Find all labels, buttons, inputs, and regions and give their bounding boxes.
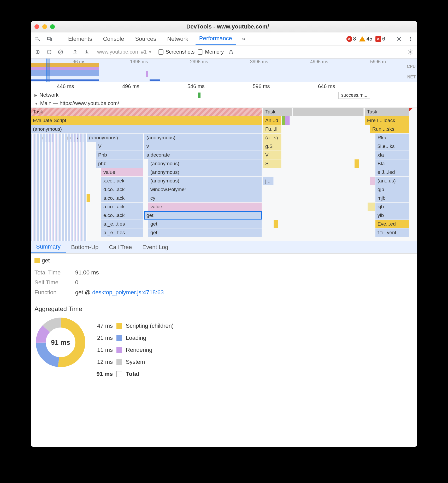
record-icon[interactable] (33, 48, 42, 56)
main-track-header[interactable]: ▼ Main — https://www.youtube.com/ (31, 99, 417, 108)
flame-task[interactable]: Task (31, 108, 262, 116)
tab-bottom-up[interactable]: Bottom-Up (66, 241, 104, 253)
flame-bar[interactable]: Rka (375, 134, 409, 142)
flame-bar[interactable]: value (148, 203, 262, 211)
legend-swatch-icon (116, 371, 122, 377)
flame-bar[interactable]: (anonymous) (31, 125, 262, 133)
flame-bar[interactable]: v (144, 142, 262, 151)
maximize-window-icon[interactable] (50, 24, 55, 29)
flame-bar[interactable]: yib (375, 211, 409, 220)
time-ruler[interactable]: 446 ms 496 ms 546 ms 596 ms 646 ms (31, 82, 417, 91)
flame-bar[interactable]: e.co...ack (101, 211, 143, 220)
download-icon[interactable] (82, 48, 91, 56)
flame-bar[interactable]: qjb (375, 185, 409, 194)
summary-panel: get Total Time91.00 ms Self Time0 Functi… (31, 254, 417, 384)
flame-bar[interactable]: phb (96, 159, 143, 168)
trace-selector[interactable]: www.youtube.com #1 ▼ (97, 49, 152, 55)
close-window-icon[interactable] (34, 24, 39, 29)
flame-bar[interactable]: window.Polymer (148, 185, 262, 194)
titlebar: DevTools - www.youtube.com/ (31, 21, 417, 32)
flame-bar[interactable]: Phb (96, 151, 143, 159)
legend-time: 47 ms (92, 323, 113, 329)
error-badge[interactable]: ✕ 8 (346, 36, 356, 42)
tab-sources[interactable]: Sources (131, 32, 160, 45)
flame-bar[interactable]: a.decorate (144, 151, 262, 159)
flame-task[interactable]: Task (365, 108, 409, 116)
flame-bar[interactable]: An...d (263, 116, 281, 125)
tab-summary[interactable]: Summary (31, 241, 66, 253)
detail-tabbar: Summary Bottom-Up Call Tree Event Log (31, 241, 417, 254)
svg-point-5 (410, 38, 411, 39)
flame-bar[interactable]: (a...s) (263, 134, 281, 142)
flame-bar[interactable]: (anonymous) (87, 134, 143, 142)
flame-bar[interactable]: b._e...ties (101, 228, 143, 237)
flame-bar[interactable]: $i.e...ks_ (375, 142, 409, 151)
flame-bar[interactable]: a.co...ack (101, 194, 143, 202)
flame-bar[interactable]: mjb (375, 194, 409, 202)
clear-icon[interactable] (56, 48, 65, 56)
screenshots-checkbox[interactable]: Screenshots (158, 49, 194, 55)
flame-bar[interactable]: Eve...ed (375, 220, 409, 228)
flame-bar[interactable]: value (101, 168, 143, 176)
tab-elements[interactable]: Elements (64, 32, 96, 45)
device-toggle-icon[interactable] (45, 35, 54, 43)
flame-bar[interactable]: g.S (263, 142, 281, 151)
minimize-window-icon[interactable] (42, 24, 47, 29)
flame-bar[interactable]: S (263, 159, 281, 168)
flame-bar[interactable]: get (148, 220, 262, 228)
performance-toolbar: www.youtube.com #1 ▼ Screenshots Memory (31, 45, 417, 59)
tab-event-log[interactable]: Event Log (137, 241, 173, 253)
memory-checkbox[interactable]: Memory (198, 49, 224, 55)
settings-gear-icon[interactable] (395, 35, 403, 43)
flame-bar[interactable]: a.co...ack (101, 203, 143, 211)
overview-timeline[interactable]: 96 ms 1996 ms 2996 ms 3996 ms 4996 ms 59… (31, 59, 417, 82)
flame-bar[interactable]: x.co...ack (101, 177, 143, 185)
flame-bar[interactable]: (anonymous) (148, 159, 262, 168)
legend-time: 91 ms (92, 371, 113, 377)
flame-bar[interactable]: cy (148, 194, 262, 202)
flame-bar[interactable]: xla (375, 151, 409, 159)
network-track-header[interactable]: ▶ Network success.m... (31, 91, 417, 99)
warning-badge[interactable]: 45 (359, 36, 372, 42)
garbage-collect-icon[interactable] (227, 48, 235, 56)
network-request-marker[interactable]: success.m... (338, 92, 370, 99)
flame-bar[interactable]: get (148, 228, 262, 237)
svg-point-8 (37, 51, 38, 53)
flame-bar[interactable]: Evaluate Script (31, 116, 262, 125)
flame-bar[interactable]: Run ...sks (370, 125, 409, 133)
network-track-label: Network (39, 92, 58, 98)
flame-bar[interactable]: e.J...led (375, 168, 409, 176)
flame-bar[interactable]: V (263, 151, 281, 159)
tab-performance[interactable]: Performance (196, 32, 236, 45)
inspect-icon[interactable] (33, 35, 42, 43)
flame-bar[interactable]: kjb (375, 203, 409, 211)
flame-bar[interactable]: Fu...ll (263, 125, 281, 133)
tab-call-tree[interactable]: Call Tree (104, 241, 137, 253)
source-link[interactable]: desktop_polymer.js:4718:63 (92, 289, 164, 296)
legend-time: 12 ms (92, 359, 113, 365)
flame-task[interactable]: Task (263, 108, 292, 116)
flame-bar[interactable]: f.fi...vent (375, 228, 409, 237)
flame-chart[interactable]: Task Task Task Evaluate Script An...d Fi… (31, 108, 417, 241)
flame-bar[interactable]: d.co...ack (101, 185, 143, 194)
flame-bar[interactable]: (anonymous) (148, 177, 262, 185)
flame-bar[interactable]: j... (263, 177, 274, 185)
flame-bar[interactable]: V (96, 142, 143, 151)
flame-bar[interactable]: Bla (375, 159, 409, 168)
flame-bar-selected[interactable]: get (144, 211, 262, 220)
kebab-menu-icon[interactable] (406, 35, 415, 43)
window-title: DevTools - www.youtube.com/ (60, 23, 395, 30)
legend-time: 21 ms (92, 335, 113, 341)
issues-badge[interactable]: ✕ 6 (375, 36, 385, 42)
flame-bar[interactable]: (an...us) (375, 177, 409, 185)
flame-bar[interactable]: a._e...ties (101, 220, 143, 228)
tab-console[interactable]: Console (99, 32, 128, 45)
upload-icon[interactable] (71, 48, 79, 56)
capture-settings-gear-icon[interactable] (406, 48, 415, 56)
flame-bar[interactable]: (anonymous) (148, 168, 262, 176)
tab-network[interactable]: Network (163, 32, 192, 45)
flame-bar[interactable]: (anonymous) (144, 134, 262, 142)
reload-icon[interactable] (45, 48, 53, 56)
more-tabs-icon[interactable]: » (239, 35, 248, 43)
flame-bar[interactable]: Fire I...llback (365, 116, 409, 125)
